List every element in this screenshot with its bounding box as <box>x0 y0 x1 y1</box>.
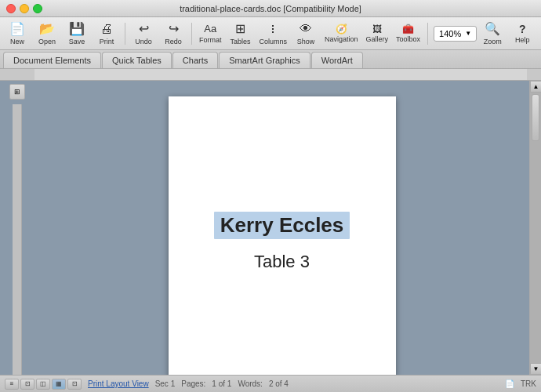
main-area: ⊞ Kerry Eccles Table 3 ▲ ▼ <box>0 81 541 375</box>
scroll-thumb[interactable] <box>532 94 539 141</box>
zoom-label: Zoom <box>484 38 502 45</box>
undo-icon: ↩ <box>139 21 149 36</box>
left-panel: ⊞ <box>0 81 34 375</box>
save-button[interactable]: 💾 Save <box>63 20 91 48</box>
vertical-scrollbar[interactable]: ▲ ▼ <box>529 81 541 375</box>
format-icon: Aa <box>204 23 216 35</box>
help-icon: ? <box>519 23 526 36</box>
view-btn-4[interactable]: ▦ <box>52 379 66 390</box>
toolbar-separator-3 <box>427 23 428 45</box>
columns-icon: ⫶ <box>270 21 276 36</box>
zoom-control[interactable]: 140% ▼ <box>434 26 477 42</box>
zoom-icon: 🔍 <box>485 21 500 36</box>
gallery-button[interactable]: 🖼 Gallery <box>363 20 392 48</box>
columns-label: Columns <box>260 38 288 45</box>
view-btn-3[interactable]: ◫ <box>36 379 50 390</box>
view-btn-2[interactable]: ⊡ <box>20 379 34 390</box>
format-button[interactable]: Aa Format <box>196 20 225 48</box>
section-text: Sec 1 <box>155 379 176 388</box>
horizontal-ruler <box>0 69 541 81</box>
toolbar: 📄 New 📂 Open 💾 Save 🖨 Print ↩ Undo ↪ Red… <box>0 17 541 50</box>
words-value: 2 of 4 <box>269 379 289 388</box>
print-layout-view-link[interactable]: Print Layout View <box>88 379 149 388</box>
redo-icon: ↪ <box>169 21 179 36</box>
tab-charts[interactable]: Charts <box>172 52 218 68</box>
tab-document-elements[interactable]: Document Elements <box>3 52 101 68</box>
ruler-inner <box>34 69 527 80</box>
vertical-ruler <box>13 104 22 375</box>
gallery-icon: 🖼 <box>372 24 382 34</box>
print-button[interactable]: 🖨 Print <box>93 20 121 48</box>
toolbox-button[interactable]: 🧰 Toolbox <box>393 20 423 48</box>
toolbox-icon: 🧰 <box>402 24 414 34</box>
zoom-level: 140% <box>439 29 461 38</box>
format-label: Format <box>199 36 222 44</box>
new-icon: 📄 <box>9 21 25 36</box>
view-buttons: ≡ ⊡ ◫ ▦ ⊡ <box>5 379 82 390</box>
scroll-track[interactable] <box>530 93 541 363</box>
document-name-text: Kerry Eccles <box>214 212 350 239</box>
save-label: Save <box>69 38 85 45</box>
open-button[interactable]: 📂 Open <box>33 20 61 48</box>
status-bar: ≡ ⊡ ◫ ▦ ⊡ Print Layout View Sec 1 Pages:… <box>0 375 541 392</box>
show-button[interactable]: 👁 Show <box>292 20 320 48</box>
print-label: Print <box>100 38 114 45</box>
new-button[interactable]: 📄 New <box>3 20 31 48</box>
tab-smartart-graphics[interactable]: SmartArt Graphics <box>219 52 310 68</box>
maximize-button[interactable] <box>33 4 42 13</box>
pages-label: Pages: <box>181 379 205 388</box>
pages-value: 1 of 1 <box>212 379 231 388</box>
tables-icon: ⊞ <box>235 21 245 36</box>
document-table-text: Table 3 <box>254 252 310 272</box>
print-icon: 🖨 <box>100 21 113 36</box>
left-panel-button[interactable]: ⊞ <box>9 84 25 100</box>
view-btn-1[interactable]: ≡ <box>5 379 19 390</box>
traffic-lights <box>6 4 42 13</box>
tables-button[interactable]: ⊞ Tables <box>227 20 255 48</box>
scroll-down-button[interactable]: ▼ <box>530 363 541 375</box>
words-label: Words: <box>238 379 263 388</box>
undo-button[interactable]: ↩ Undo <box>129 20 158 48</box>
toolbox-label: Toolbox <box>396 35 420 43</box>
scroll-up-button[interactable]: ▲ <box>530 81 541 93</box>
toolbar-separator-1 <box>125 23 125 45</box>
redo-button[interactable]: ↪ Redo <box>159 20 187 48</box>
tables-label: Tables <box>231 38 251 45</box>
gallery-label: Gallery <box>366 35 389 43</box>
toolbar-separator-2 <box>191 23 192 45</box>
tab-wordart[interactable]: WordArt <box>311 52 363 68</box>
view-btn-5[interactable]: ⊡ <box>67 379 82 390</box>
zoom-button[interactable]: 🔍 Zoom <box>478 20 507 48</box>
undo-label: Undo <box>135 38 152 45</box>
show-label: Show <box>297 38 315 45</box>
title-bar: traditional-place-cards.doc [Compatibili… <box>0 0 541 17</box>
columns-button[interactable]: ⫶ Columns <box>256 20 291 48</box>
show-icon: 👁 <box>300 21 312 36</box>
redo-label: Redo <box>165 38 182 45</box>
help-label: Help <box>515 36 530 44</box>
close-button[interactable] <box>6 4 16 13</box>
open-label: Open <box>38 38 56 45</box>
open-icon: 📂 <box>39 21 55 36</box>
save-icon: 💾 <box>69 21 85 36</box>
document-page: Kerry Eccles Table 3 <box>169 96 396 375</box>
help-button[interactable]: ? Help <box>508 20 536 48</box>
document-status-icon: 📄 <box>505 379 514 388</box>
zoom-dropdown-icon[interactable]: ▼ <box>465 30 471 37</box>
tab-quick-tables[interactable]: Quick Tables <box>102 52 172 68</box>
navigation-button[interactable]: 🧭 Navigation <box>321 20 361 48</box>
trk-label: TRK <box>521 379 536 388</box>
minimize-button[interactable] <box>20 4 29 13</box>
navigation-label: Navigation <box>325 35 358 43</box>
new-label: New <box>10 38 24 45</box>
tab-bar: Document Elements Quick Tables Charts Sm… <box>0 50 541 69</box>
navigation-icon: 🧭 <box>336 24 347 34</box>
window-title: traditional-place-cards.doc [Compatibili… <box>180 4 361 13</box>
document-area[interactable]: Kerry Eccles Table 3 <box>34 81 529 375</box>
